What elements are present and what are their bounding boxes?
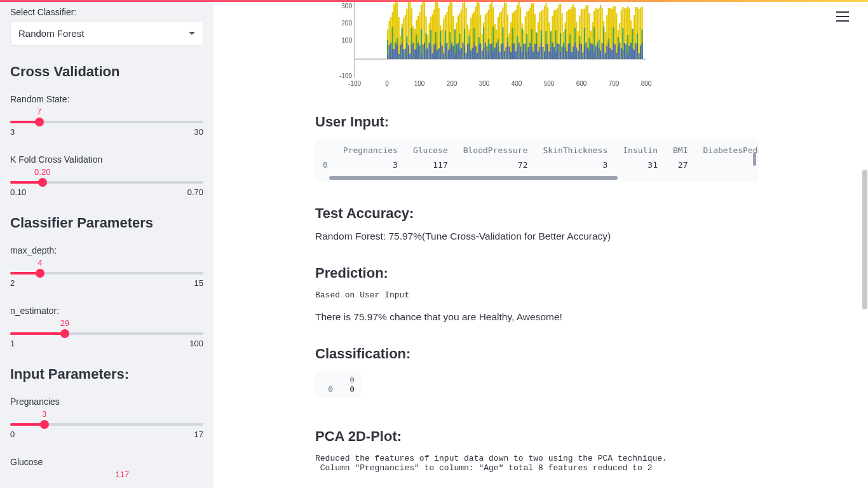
svg-rect-180 — [505, 48, 506, 59]
svg-rect-199 — [519, 43, 520, 59]
svg-rect-348 — [621, 48, 622, 59]
svg-rect-211 — [526, 51, 527, 59]
glucose-label: Glucose — [10, 457, 203, 467]
classification-table[interactable]: 0 00 — [315, 371, 361, 398]
svg-rect-372 — [637, 44, 638, 59]
kfold-min: 0.10 — [10, 187, 26, 197]
svg-rect-332 — [609, 48, 611, 59]
svg-rect-173 — [501, 44, 502, 59]
svg-rect-59 — [422, 44, 423, 59]
svg-rect-288 — [579, 43, 580, 59]
svg-rect-88 — [443, 18, 444, 59]
svg-rect-33 — [405, 49, 406, 59]
kfold-slider[interactable] — [10, 181, 203, 184]
svg-rect-185 — [508, 46, 510, 59]
random-state-max: 30 — [194, 127, 203, 137]
svg-rect-19 — [395, 43, 397, 59]
pca-line2: Column "Pregnancies" to column: "Age" to… — [315, 463, 760, 473]
svg-rect-318 — [600, 50, 601, 59]
svg-rect-94 — [446, 43, 447, 59]
svg-rect-143 — [480, 43, 481, 59]
pca-line1: Reduced the features of input data down … — [315, 454, 760, 463]
col-glucose: Glucose — [405, 143, 456, 158]
svg-rect-177 — [504, 2, 505, 59]
col-insulin: Insulin — [615, 143, 665, 158]
user-input-header: User Input: — [315, 114, 760, 130]
svg-rect-50 — [416, 49, 417, 59]
svg-rect-204 — [522, 52, 523, 59]
svg-text:400: 400 — [512, 80, 522, 87]
svg-rect-241 — [547, 44, 548, 59]
svg-rect-138 — [477, 53, 478, 59]
random-state-min: 3 — [10, 127, 15, 137]
svg-rect-232 — [541, 43, 542, 59]
svg-rect-192 — [513, 44, 515, 59]
slider-thumb[interactable] — [35, 118, 44, 126]
svg-rect-320 — [602, 43, 603, 59]
svg-rect-236 — [544, 51, 545, 59]
pca-header: PCA 2D-Plot: — [315, 428, 760, 445]
svg-rect-31 — [403, 50, 404, 59]
table-hscroll[interactable] — [329, 176, 618, 180]
svg-rect-71 — [430, 46, 431, 59]
slider-thumb[interactable] — [38, 178, 47, 187]
svg-rect-373 — [638, 9, 639, 59]
svg-rect-276 — [571, 52, 573, 59]
svg-rect-15 — [392, 49, 393, 59]
classifier-params-header: Classifier Parameters — [10, 215, 203, 231]
svg-rect-201 — [520, 46, 521, 59]
chevron-down-icon — [189, 32, 195, 35]
svg-rect-362 — [630, 43, 632, 59]
svg-rect-170 — [499, 13, 500, 59]
svg-rect-367 — [634, 50, 635, 59]
svg-rect-157 — [489, 44, 491, 59]
svg-rect-54 — [419, 46, 420, 59]
svg-rect-291 — [582, 9, 583, 59]
svg-rect-115 — [461, 48, 462, 59]
classifier-select[interactable]: Random Forest — [10, 21, 203, 46]
svg-rect-358 — [627, 53, 628, 59]
svg-rect-80 — [437, 50, 438, 59]
col-bloodpressure: BloodPressure — [456, 143, 536, 158]
main-content: 300 200 100 -100 -100 0 100 200 300 400 … — [214, 2, 868, 488]
random-state-slider[interactable] — [10, 121, 203, 123]
svg-rect-141 — [478, 44, 480, 59]
svg-rect-17 — [393, 49, 395, 59]
svg-rect-117 — [462, 43, 463, 59]
max-depth-slider[interactable] — [10, 272, 203, 274]
svg-rect-225 — [536, 44, 537, 59]
svg-rect-121 — [465, 8, 466, 59]
svg-rect-129 — [470, 50, 471, 59]
col-pregnancies: Pregnancies — [336, 143, 405, 158]
svg-text:700: 700 — [609, 80, 620, 87]
scrollbar-thumb[interactable] — [862, 170, 867, 309]
slider-thumb[interactable] — [40, 420, 49, 429]
slider-thumb[interactable] — [60, 329, 69, 338]
svg-rect-22 — [397, 45, 398, 59]
accuracy-text: Random Forest: 75.97%(Tune Cross-Validat… — [315, 231, 760, 242]
svg-rect-145 — [482, 51, 483, 59]
svg-rect-246 — [550, 47, 552, 59]
svg-rect-311 — [595, 46, 596, 59]
prediction-basis: Based on User Input — [315, 290, 760, 300]
svg-rect-183 — [507, 43, 508, 59]
table-vscroll[interactable] — [753, 152, 756, 166]
user-input-table[interactable]: Pregnancies Glucose BloodPressure SkinTh… — [315, 139, 759, 182]
svg-text:-100: -100 — [339, 72, 352, 79]
svg-rect-306 — [592, 44, 593, 59]
svg-rect-57 — [421, 53, 422, 59]
svg-rect-171 — [499, 52, 500, 59]
svg-rect-85 — [440, 43, 441, 59]
classifier-select-label: Select Classifier: — [10, 7, 203, 17]
svg-rect-323 — [603, 44, 604, 59]
menu-icon[interactable] — [836, 11, 849, 22]
pregnancies-slider[interactable] — [10, 423, 203, 426]
svg-rect-304 — [590, 43, 592, 59]
n-estimator-slider[interactable] — [10, 332, 203, 335]
prediction-text: There is 75.97% chance that you are Heal… — [315, 311, 760, 323]
glucose-value: 117 — [115, 470, 129, 479]
svg-rect-253 — [555, 51, 556, 59]
slider-thumb[interactable] — [36, 269, 44, 278]
svg-rect-89 — [443, 53, 444, 59]
page-scrollbar[interactable] — [862, 2, 868, 488]
